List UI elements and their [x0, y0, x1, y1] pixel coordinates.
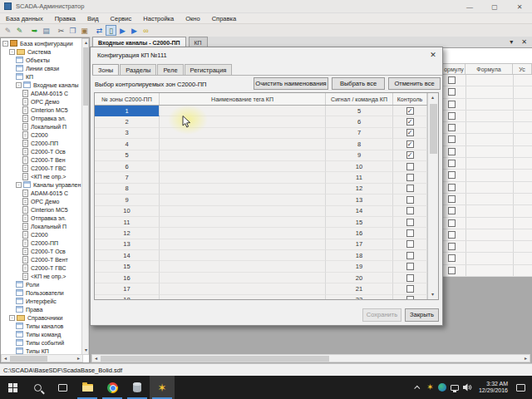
clock[interactable]: 3:32 AM 12/29/2016 — [474, 381, 513, 394]
tag-cell[interactable] — [160, 239, 326, 250]
table-vscroll-thumb[interactable] — [430, 104, 437, 154]
table-vscrollbar[interactable]: ▴ ▾ — [427, 93, 438, 299]
scroll-left-icon[interactable]: ◂ — [2, 355, 9, 362]
menu-item[interactable]: Окно — [180, 13, 205, 24]
mdi-close-icon[interactable]: ✕ — [521, 38, 527, 46]
minimize-button[interactable]: — — [457, 0, 482, 13]
zone-cell[interactable]: 18 — [95, 295, 160, 300]
checkbox[interactable] — [448, 254, 456, 262]
checkbox[interactable] — [448, 124, 456, 131]
task-view-button[interactable] — [50, 376, 75, 399]
signal-cell[interactable]: 21 — [326, 283, 393, 294]
signal-cell[interactable]: 14 — [326, 206, 393, 217]
tag-cell[interactable] — [160, 172, 326, 183]
zone-cell[interactable]: 8 — [95, 184, 160, 195]
zone-cell[interactable]: 9 — [95, 195, 160, 205]
signal-cell[interactable]: 11 — [326, 172, 393, 183]
run-icon[interactable]: ▶ — [117, 25, 128, 36]
signal-cell[interactable]: 19 — [326, 261, 393, 272]
checkbox[interactable] — [406, 296, 414, 300]
import-icon[interactable]: ➥ — [29, 25, 40, 36]
tree-item[interactable]: Роли — [1, 280, 82, 288]
control-cell[interactable] — [393, 161, 427, 172]
control-cell[interactable] — [393, 217, 427, 228]
table-row[interactable]: 37✓ — [95, 128, 438, 139]
tree-vscroll-thumb[interactable] — [83, 47, 88, 106]
network-button[interactable] — [449, 376, 461, 399]
scroll-down-icon[interactable]: ▾ — [82, 347, 90, 354]
zone-cell[interactable]: 7 — [95, 172, 160, 183]
signal-cell[interactable]: 15 — [326, 217, 393, 228]
zone-cell[interactable]: 5 — [95, 150, 160, 161]
checkbox[interactable] — [406, 240, 414, 248]
scroll-down-icon[interactable]: ▾ — [429, 291, 436, 298]
zone-cell[interactable]: 14 — [95, 250, 160, 261]
tree-item[interactable]: -Каналы управлен — [1, 180, 82, 189]
dialog-close-icon[interactable]: ✕ — [427, 50, 439, 60]
checkbox[interactable] — [448, 207, 456, 214]
refresh-icon[interactable]: ⇄ — [94, 25, 105, 36]
scroll-right-icon[interactable]: ▸ — [75, 355, 82, 362]
checkbox[interactable] — [406, 174, 414, 181]
tree-item[interactable]: -Входные каналы — [1, 81, 82, 89]
signal-cell[interactable]: 17 — [326, 239, 393, 250]
menu-item[interactable]: База данных — [0, 13, 49, 24]
tree-item[interactable]: Объекты — [1, 56, 82, 64]
tree-item[interactable]: -Справочники — [1, 313, 82, 322]
checkbox[interactable] — [406, 163, 414, 170]
select-all-button[interactable]: Выбрать все — [332, 77, 385, 90]
signal-cell[interactable]: 5 — [326, 106, 393, 116]
checkbox[interactable] — [448, 76, 456, 84]
zone-cell[interactable]: 13 — [95, 239, 160, 250]
zone-cell[interactable]: 4 — [95, 139, 160, 150]
close-button[interactable]: ✕ — [507, 0, 532, 13]
clear-names-button[interactable]: Очистить наименования — [254, 77, 328, 90]
chrome-button[interactable] — [100, 376, 125, 399]
tree-item[interactable]: C2000-Т Осв — [1, 247, 82, 255]
table-row[interactable]: 1115 — [95, 217, 438, 228]
tag-cell[interactable] — [160, 184, 326, 195]
checkbox[interactable] — [448, 267, 456, 274]
menu-item[interactable]: Справка — [206, 13, 242, 24]
scroll-up-icon[interactable]: ▴ — [429, 94, 436, 101]
menu-item[interactable]: Вид — [81, 13, 105, 24]
tree-item[interactable]: OPC Демо — [1, 197, 82, 205]
tree-item[interactable]: Интерфейс — [1, 297, 82, 305]
checkbox[interactable] — [448, 148, 456, 155]
copy-icon[interactable]: ❐ — [67, 25, 78, 36]
tree-item[interactable]: C2000-ПП — [1, 239, 82, 247]
checkbox[interactable] — [448, 184, 456, 191]
control-cell[interactable] — [393, 184, 427, 195]
control-cell[interactable] — [393, 261, 427, 272]
cut-icon[interactable]: ✂ — [56, 25, 66, 36]
signal-cell[interactable]: 9 — [326, 150, 393, 161]
tag-cell[interactable] — [160, 161, 326, 172]
device-icon[interactable]: ▯ — [106, 25, 116, 36]
tree-vscrollbar[interactable]: ▴ ▾ — [81, 38, 89, 355]
signal-cell[interactable]: 6 — [326, 116, 393, 127]
signal-cell[interactable]: 7 — [326, 128, 393, 139]
table-row[interactable]: 26✓ — [95, 116, 438, 127]
tree-item[interactable]: -База конфигурации — [1, 39, 82, 47]
tree-item[interactable]: ADAM-6015 C — [1, 189, 82, 197]
database-app-button[interactable] — [125, 376, 150, 399]
col-zone-header[interactable]: № зоны С2000-ПП — [95, 93, 160, 105]
table-row[interactable]: 1519 — [95, 261, 438, 272]
tree-item[interactable]: Отправка эл. — [1, 214, 82, 222]
zone-cell[interactable]: 12 — [95, 228, 160, 239]
volume-button[interactable] — [461, 376, 474, 399]
tree-item[interactable]: C2000 — [1, 131, 82, 139]
action-center-icon[interactable] — [516, 384, 525, 392]
collapse-icon[interactable]: - — [16, 82, 22, 88]
connect-icon[interactable]: ✎ — [2, 25, 13, 36]
tree-item[interactable]: Cinterion MC5 — [1, 106, 82, 114]
dialog-tab[interactable]: Реле — [157, 64, 183, 76]
table-row[interactable]: 1721 — [95, 283, 438, 294]
checkbox[interactable] — [448, 195, 456, 203]
control-cell[interactable] — [393, 206, 427, 217]
tree-hscrollbar[interactable]: ◂ ▸ — [1, 354, 83, 362]
checkbox[interactable] — [448, 135, 456, 143]
table-row[interactable]: 1822 — [95, 295, 438, 300]
tree-item[interactable]: Типы событий — [1, 338, 82, 347]
tree-item[interactable]: C2000-ПП — [1, 139, 82, 147]
